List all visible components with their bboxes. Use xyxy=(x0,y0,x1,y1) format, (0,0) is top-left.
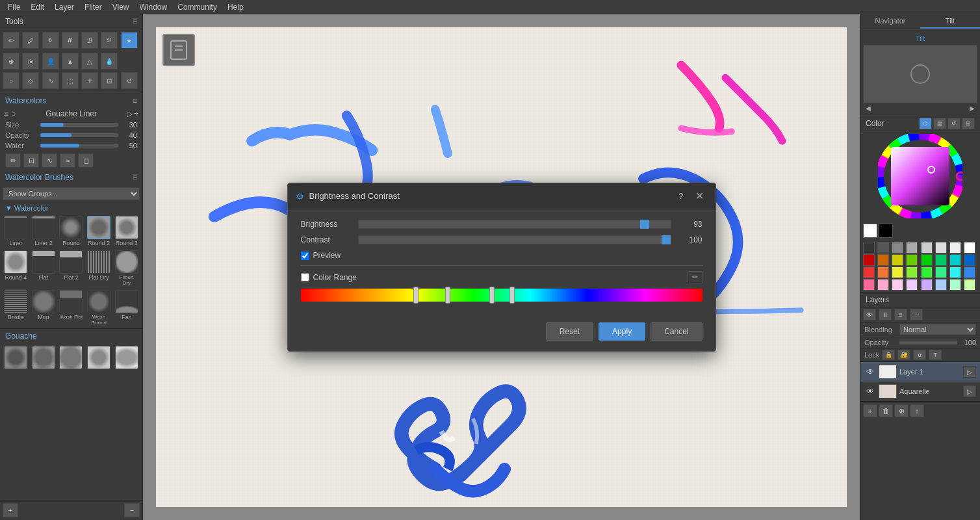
brush-config-icon[interactable]: ≡ xyxy=(4,109,8,118)
reset-button[interactable]: Reset xyxy=(546,322,593,341)
brush-plus-icon[interactable]: + xyxy=(134,109,138,118)
gradient-handle-3[interactable] xyxy=(489,287,495,304)
opacity-track[interactable] xyxy=(899,341,957,344)
color-swatch-21[interactable] xyxy=(921,266,933,278)
brush-arrow-icon[interactable]: ▷ xyxy=(127,109,133,118)
brush-liner[interactable]: Liner xyxy=(3,214,29,248)
color-swatch-4[interactable] xyxy=(906,242,918,254)
tools-menu-icon[interactable]: ≡ xyxy=(133,17,137,26)
color-swatch-24[interactable] xyxy=(964,266,975,278)
layer-vis-1[interactable]: 👁 xyxy=(864,366,876,378)
color-swatch-5[interactable] xyxy=(921,242,933,254)
delete-layer-btn[interactable]: 🗑 xyxy=(879,404,893,417)
color-swatch-6[interactable] xyxy=(935,242,947,254)
color-swatch-29[interactable] xyxy=(921,279,933,291)
color-swatch-28[interactable] xyxy=(906,279,918,291)
add-brush-btn[interactable]: + xyxy=(3,503,18,517)
swatch-black[interactable] xyxy=(879,224,893,238)
color-swatch-22[interactable] xyxy=(935,266,947,278)
tab-navigator[interactable]: Navigator xyxy=(860,14,920,29)
color-swatch-31[interactable] xyxy=(949,279,961,291)
color-wheel-area[interactable] xyxy=(860,131,980,221)
color-range-checkbox[interactable] xyxy=(301,273,309,281)
color-swatch-7[interactable] xyxy=(949,242,961,254)
brightness-slider[interactable] xyxy=(358,220,671,229)
brush-fan[interactable]: Fan xyxy=(113,289,140,327)
brush-tool-erase[interactable]: ⊡ xyxy=(23,153,39,168)
color-swatch-2[interactable] xyxy=(877,242,889,254)
brush-round4[interactable]: Round 4 xyxy=(3,249,29,287)
aquarelle-item[interactable]: 👁 Aquarelle ▷ xyxy=(860,382,980,401)
group-select[interactable]: Show Groups... xyxy=(3,187,140,200)
gradient-handle-4[interactable] xyxy=(509,287,515,304)
export-layer-btn[interactable]: ↑ xyxy=(910,404,924,417)
dialog-help-btn[interactable]: ? xyxy=(675,190,687,202)
color-swatch-26[interactable] xyxy=(877,279,889,291)
color-swatch-13[interactable] xyxy=(921,254,933,266)
group-selector[interactable]: Show Groups... xyxy=(3,187,140,200)
menu-filter[interactable]: Filter xyxy=(79,1,107,13)
brush-flat-dry[interactable]: Flat Dry xyxy=(86,249,112,287)
swatch-white[interactable] xyxy=(863,224,877,238)
brush-wash-round[interactable]: Wash Round xyxy=(86,289,112,327)
color-swatch-30[interactable] xyxy=(935,279,947,291)
tool-select1[interactable]: ⬚ xyxy=(62,72,79,89)
color-mode-sliders[interactable]: ▤ xyxy=(933,118,946,129)
tool-pen[interactable]: 🖊 xyxy=(22,32,39,49)
opacity-slider[interactable] xyxy=(40,133,118,137)
tool-rotate[interactable]: ↺ xyxy=(121,72,138,89)
tool-color[interactable]: 💧 xyxy=(101,53,118,70)
brush-flat[interactable]: Flat xyxy=(31,249,57,287)
tool-ink[interactable]: ◎ xyxy=(22,53,39,70)
gouache-brush1[interactable] xyxy=(3,344,29,370)
brush-tool-smear[interactable]: ≈ xyxy=(60,153,75,168)
gradient-handle-2[interactable] xyxy=(445,287,450,304)
remove-brush-btn[interactable]: − xyxy=(124,503,140,517)
brush-liner2[interactable]: Liner 2 xyxy=(31,214,57,248)
preview-checkbox[interactable] xyxy=(301,252,309,260)
apply-button[interactable]: Apply xyxy=(599,322,645,341)
tool-figure[interactable]: 👤 xyxy=(42,53,59,70)
gouache-brush5[interactable] xyxy=(113,344,140,370)
brush-round2[interactable]: Round 2 xyxy=(86,214,112,248)
brush-wash-flat[interactable]: Wash Flat xyxy=(58,289,84,327)
color-swatch-23[interactable] xyxy=(949,266,961,278)
color-swatch-27[interactable] xyxy=(892,279,903,291)
layers-tool-stack[interactable]: ≡ xyxy=(894,309,907,320)
color-swatch-1[interactable] xyxy=(863,242,875,254)
color-swatch-15[interactable] xyxy=(949,254,961,266)
add-layer-btn[interactable]: + xyxy=(863,404,877,417)
color-mode-swatches[interactable]: ⊞ xyxy=(962,118,975,129)
color-swatch-32[interactable] xyxy=(964,279,975,291)
brush-filbert-dry[interactable]: Filbert Dry xyxy=(113,249,140,287)
layers-tool-more[interactable]: ⋯ xyxy=(910,309,923,320)
tool-smudge[interactable]: ○ xyxy=(3,72,19,89)
color-swatch-14[interactable] xyxy=(935,254,947,266)
cancel-button[interactable]: Cancel xyxy=(651,322,702,341)
brush-lock-icon[interactable]: ○ xyxy=(11,109,16,118)
color-swatch-20[interactable] xyxy=(906,266,918,278)
tool-brush2[interactable]: 𝑩 xyxy=(62,32,79,49)
color-swatch-18[interactable] xyxy=(877,266,889,278)
brush-round[interactable]: Round xyxy=(58,214,84,248)
contrast-slider[interactable] xyxy=(358,235,671,244)
lock-btn-alpha[interactable]: α xyxy=(913,350,926,360)
lock-btn-1[interactable]: 🔒 xyxy=(882,350,895,360)
color-swatch-8[interactable] xyxy=(964,242,975,254)
brush-tool-blend[interactable]: ∿ xyxy=(42,153,57,168)
tool-pencil[interactable]: ✏ xyxy=(3,32,19,49)
layer-options-1[interactable]: ▷ xyxy=(963,366,976,378)
aquarelle-options[interactable]: ▷ xyxy=(963,385,976,397)
tool-eyedropper[interactable]: ⊕ xyxy=(3,53,19,70)
menu-file[interactable]: File xyxy=(3,1,25,13)
menu-window[interactable]: Window xyxy=(135,1,173,13)
color-swatch-3[interactable] xyxy=(892,242,903,254)
watercolors-menu-icon[interactable]: ≡ xyxy=(133,96,137,105)
brush-bristle[interactable]: Bristle xyxy=(3,289,29,327)
color-swatch-11[interactable] xyxy=(892,254,903,266)
layers-tool-pause[interactable]: ⏸ xyxy=(879,309,892,320)
color-swatch-25[interactable] xyxy=(863,279,875,291)
layers-tool-eye[interactable]: 👁 xyxy=(863,309,876,320)
canvas-area[interactable]: ⚙ Brightness and Contrast ? ✕ Brightness xyxy=(143,14,860,520)
color-swatch-17[interactable] xyxy=(863,266,875,278)
